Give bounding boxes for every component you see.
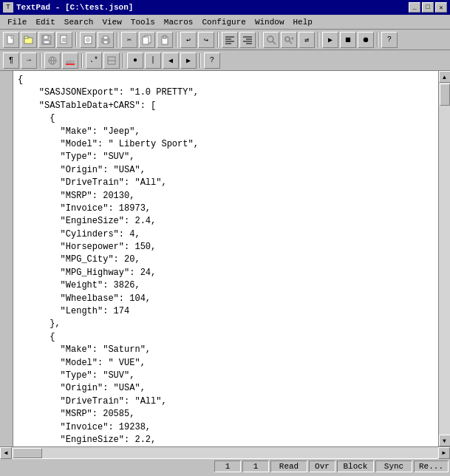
hscroll-thumb[interactable] [13,448,42,458]
menu-help[interactable]: Help [288,17,316,27]
line-number: 1 [214,460,241,472]
editor-content[interactable]: { "SASJSONExport": "1.0 PRETTY", "SASTab… [13,71,438,446]
print-preview-button[interactable] [80,32,96,48]
vertical-scrollbar[interactable]: ▲ ▼ [438,71,450,446]
toolbar-2: ¶ → abc .* ● | ◀ ▶ ? [0,50,450,71]
svg-rect-11 [84,36,92,44]
help-button[interactable]: ? [381,32,398,48]
menu-macros[interactable]: Macros [160,17,198,27]
title-bar: T TextPad - [C:\test.json] _ □ ✕ [0,0,450,15]
minimize-button[interactable]: _ [409,2,420,13]
block-mode: Block [337,460,374,472]
status-bar: 1 1 Read Ovr Block Sync Re... [0,458,450,473]
indent-button[interactable]: → [21,52,37,69]
svg-rect-3 [24,36,28,38]
svg-rect-6 [44,41,50,44]
scroll-track[interactable] [439,83,450,435]
svg-rect-0 [7,35,13,44]
scroll-down-button[interactable]: ▼ [439,435,451,446]
svg-point-28 [267,36,273,42]
menu-bar: File Edit Search View Tools Macros Confi… [0,15,450,30]
dot-button[interactable]: ● [127,52,143,69]
ovr-mode: Ovr [309,460,335,472]
re-mode: Re... [414,460,449,472]
separator-3 [176,33,177,47]
find-next-button[interactable] [281,32,297,48]
menu-tools[interactable]: Tools [126,17,160,27]
menu-configure[interactable]: Configure [197,17,250,27]
replace-button[interactable]: ⇄ [299,32,315,48]
macro-help-button[interactable]: ? [204,52,220,69]
svg-rect-5 [44,35,48,39]
open-file-button[interactable] [21,32,37,48]
window-title: TextPad - [C:\test.json] [16,3,133,12]
copy-button[interactable] [139,32,155,48]
menu-view[interactable]: View [98,17,126,27]
app-icon: T [3,2,13,13]
new-file-button[interactable] [3,32,19,48]
menu-file[interactable]: File [3,17,31,27]
separator-10 [123,53,124,68]
separator-4 [217,33,219,47]
record-button[interactable]: ⏺ [358,32,374,48]
undo-button[interactable]: ↩ [180,32,197,48]
close-file-button[interactable] [56,32,72,48]
separator-9 [81,53,83,68]
print-button[interactable] [98,32,114,48]
cut-button[interactable]: ✂ [121,32,137,48]
scroll-thumb[interactable] [440,84,450,106]
svg-line-31 [290,41,292,44]
align-right-button[interactable] [239,32,256,48]
menu-edit[interactable]: Edit [31,17,59,27]
regex-button[interactable]: .* [86,52,102,69]
editor-container: { "SASJSONExport": "1.0 PRETTY", "SASTab… [0,71,450,446]
svg-rect-17 [143,37,149,44]
scroll-right-button[interactable]: ▶ [438,447,450,459]
svg-point-30 [285,37,290,41]
hscroll-track[interactable] [12,447,438,458]
separator-2 [117,33,118,47]
horizontal-scrollbar[interactable]: ◀ ▶ [0,446,450,458]
pipe-button[interactable]: | [145,52,161,69]
line-gutter [0,71,13,446]
svg-line-29 [273,41,276,44]
column-number: 1 [242,460,269,472]
separator-7 [377,33,378,47]
svg-rect-19 [163,35,166,38]
read-mode: Read [270,460,307,472]
svg-rect-14 [103,36,108,39]
svg-rect-15 [103,41,108,44]
save-file-button[interactable] [38,32,55,48]
redo-button[interactable]: ↪ [198,32,214,48]
close-button[interactable]: ✕ [435,2,447,13]
scroll-up-button[interactable]: ▲ [439,71,451,83]
sync-mode: Sync [375,460,412,472]
spell-check-button[interactable]: abc [62,52,78,69]
align-left-button[interactable] [222,32,238,48]
stop-button[interactable]: ⏹ [340,32,356,48]
prev-button[interactable]: ◀ [163,52,179,69]
tool-btn-1[interactable] [103,52,120,69]
window-controls: _ □ ✕ [409,2,447,13]
menu-window[interactable]: Window [250,17,289,27]
separator-1 [75,33,77,47]
maximize-button[interactable]: □ [422,2,434,13]
paragraph-button[interactable]: ¶ [3,52,19,69]
scroll-left-button[interactable]: ◀ [0,447,12,459]
play-button[interactable]: ▶ [322,32,338,48]
separator-5 [259,33,260,47]
separator-11 [200,53,201,68]
find-button[interactable] [263,32,279,48]
next-button[interactable]: ▶ [180,52,197,69]
separator-8 [40,53,41,68]
menu-search[interactable]: Search [60,17,98,27]
separator-6 [318,33,319,47]
toolbar-1: ✂ ↩ ↪ ⇄ ▶ ⏹ ⏺ ? [0,30,450,50]
paste-button[interactable] [157,32,173,48]
web-button[interactable] [44,52,61,69]
